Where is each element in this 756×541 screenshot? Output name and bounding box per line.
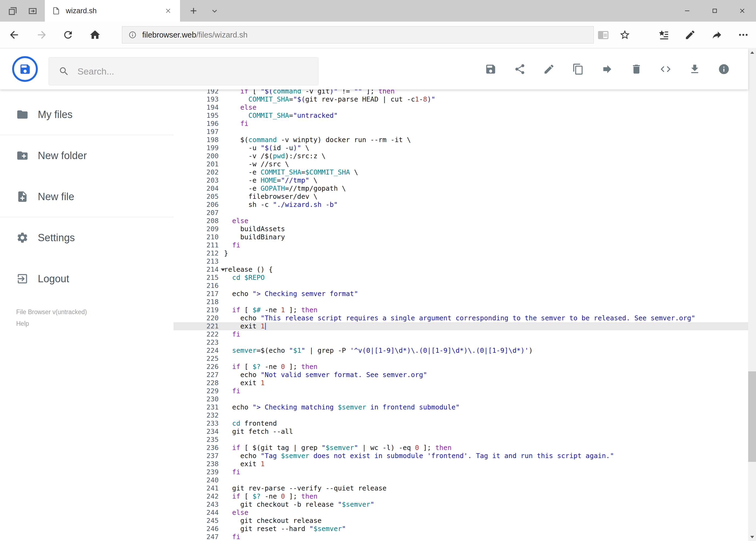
line-number[interactable]: 204 [173,185,224,193]
code-line[interactable]: 218 [173,298,748,306]
code-line[interactable]: 208 else [173,217,748,225]
line-number[interactable]: 200 [173,152,224,160]
maximize-button[interactable] [701,0,728,22]
share-button[interactable] [708,26,725,44]
code-line-text[interactable]: else [224,509,748,517]
code-line-text[interactable] [224,128,748,136]
code-line-text[interactable]: git checkout -b release "$semver" [224,500,748,509]
code-line[interactable]: 242 if [ $? -ne 0 ]; then [173,492,748,500]
line-number[interactable]: 240 [173,476,224,484]
line-number[interactable]: 243 [173,500,224,509]
line-number[interactable]: 210 [173,233,224,241]
code-line-text[interactable]: COMMIT_SHA="$(git rev-parse HEAD | cut -… [224,95,748,104]
code-line-text[interactable]: git reset --hard "$semver" [224,525,748,533]
back-button[interactable] [5,26,23,44]
fold-toggle-icon[interactable] [221,269,225,271]
line-number[interactable]: 194 [173,104,224,112]
code-line-text[interactable]: -e GOPATH=//tmp/gopath \ [224,185,748,193]
sidebar-item-new-folder[interactable]: New folder [0,141,173,171]
code-line[interactable]: 237 echo "Tag $semver does not exist in … [173,452,748,460]
line-number[interactable]: 229 [173,387,224,395]
code-line-text[interactable]: echo "Not valid semver format. See semve… [224,371,748,379]
line-number[interactable]: 220 [173,314,224,322]
page-info-icon[interactable] [128,31,137,39]
code-line[interactable]: 235 [173,436,748,444]
code-line[interactable]: 196 fi [173,120,748,128]
code-line-text[interactable]: echo "> Checking semver format" [224,290,748,298]
code-line-text[interactable]: fi [224,120,748,128]
download-button[interactable] [689,63,701,75]
move-button[interactable] [601,63,613,75]
code-line-text[interactable] [224,209,748,217]
code-line[interactable]: 209 buildAssets [173,225,748,233]
code-line-text[interactable]: release () { [224,266,748,273]
code-line[interactable]: 244 else [173,509,748,517]
code-line-text[interactable]: sh -c "./wizard.sh -b" [224,201,748,209]
share-button[interactable] [514,63,526,75]
line-number[interactable]: 221 [173,322,224,330]
code-line-text[interactable]: fi [224,330,748,338]
code-line[interactable]: 241 git rev-parse --verify --quiet relea… [173,484,748,492]
line-number[interactable]: 192 [173,89,224,95]
line-number[interactable]: 203 [173,176,224,185]
code-line[interactable]: 226 if [ $? -ne 0 ]; then [173,363,748,371]
code-button[interactable] [660,63,671,75]
line-number[interactable]: 227 [173,371,224,379]
line-number[interactable]: 195 [173,112,224,120]
code-line[interactable]: 202 -e COMMIT_SHA=$COMMIT_SHA \ [173,168,748,176]
close-button[interactable] [728,0,756,22]
code-line[interactable]: 222 fi [173,330,748,338]
more-button[interactable] [735,26,752,44]
code-line-text[interactable]: echo "This release script requires a sin… [224,314,748,322]
sidebar-item-settings[interactable]: Settings [0,223,173,253]
code-line-text[interactable]: -e COMMIT_SHA=$COMMIT_SHA \ [224,168,748,176]
line-number[interactable]: 211 [173,241,224,249]
code-line[interactable]: 194 else [173,104,748,112]
line-number[interactable]: 219 [173,306,224,314]
code-line-text[interactable]: fi [224,387,748,395]
code-line-text[interactable]: if [ $# -ne 1 ]; then [224,306,748,314]
code-line[interactable]: 245 git checkout release [173,517,748,525]
code-line[interactable]: 223 [173,338,748,346]
code-line[interactable]: 221 exit 1 [173,322,748,330]
new-tab-button[interactable] [187,5,200,17]
code-line[interactable]: 199 -u "$(id -u)" \ [173,144,748,152]
home-button[interactable] [86,26,104,44]
code-line[interactable]: 216 [173,282,748,290]
code-line[interactable]: 232 [173,411,748,419]
code-line[interactable]: 193 COMMIT_SHA="$(git rev-parse HEAD | c… [173,95,748,104]
filebrowser-logo[interactable] [12,56,38,82]
scroll-up-button[interactable] [748,49,756,56]
refresh-button[interactable] [59,26,77,44]
code-line-text[interactable]: git fetch --all [224,427,748,436]
code-line-text[interactable]: semver=$(echo "$1" | grep -P '^v(0|[1-9]… [224,346,748,355]
line-number[interactable]: 208 [173,217,224,225]
line-number[interactable]: 223 [173,338,224,346]
forward-button[interactable] [33,26,51,44]
edit-button[interactable] [543,63,555,75]
line-number[interactable]: 237 [173,452,224,460]
help-link[interactable]: Help [16,320,29,327]
search-input[interactable] [77,66,318,77]
line-number[interactable]: 226 [173,363,224,371]
line-number[interactable]: 213 [173,258,224,266]
code-line[interactable]: 234 git fetch --all [173,427,748,436]
info-button[interactable] [718,63,730,75]
code-line-text[interactable]: buildAssets [224,225,748,233]
line-number[interactable]: 239 [173,468,224,476]
code-line-text[interactable]: -w //src \ [224,160,748,168]
line-number[interactable]: 207 [173,209,224,217]
line-number[interactable]: 238 [173,460,224,468]
line-number[interactable]: 217 [173,290,224,298]
code-line[interactable]: 239 fi [173,468,748,476]
line-number[interactable]: 196 [173,120,224,128]
code-line[interactable]: 198 $(command -v winpty) docker run --rm… [173,136,748,144]
scroll-thumb[interactable] [748,371,756,462]
scroll-down-button[interactable] [748,533,756,541]
code-line-text[interactable]: -e HOME="//tmp" \ [224,176,748,185]
code-editor[interactable]: 192 if [ "$(command -v git)" != "" ]; th… [173,89,748,541]
add-favorite-button[interactable] [616,26,633,44]
web-note-button[interactable] [681,26,699,44]
code-line-text[interactable]: -u "$(id -u)" \ [224,144,748,152]
sidebar-item-my-files[interactable]: My files [0,99,173,130]
